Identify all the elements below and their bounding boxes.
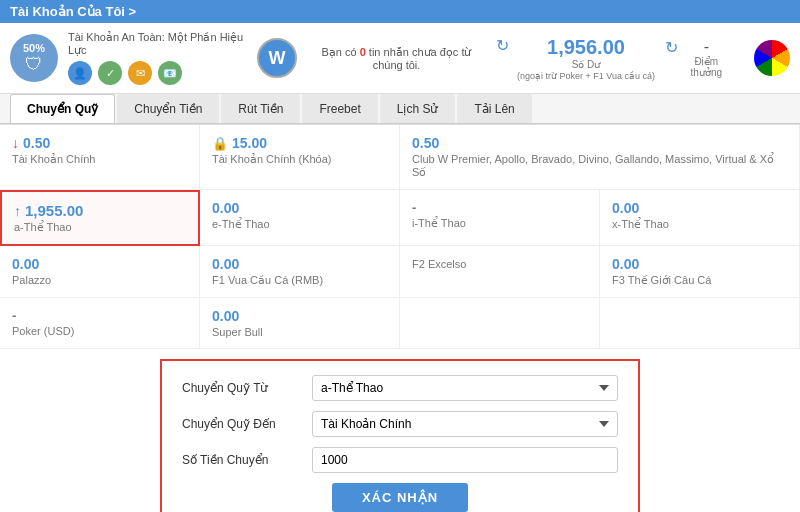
balance-section: 1,956.00 Số Dư(ngoại trừ Poker + F1 Vua … xyxy=(517,36,655,81)
wallet-f3: 0.00 F3 Thế Giới Câu Cá xyxy=(600,246,800,298)
wallet-a-thethao: ↑ 1,955.00 a-Thể Thao xyxy=(0,190,200,246)
wallet-palazzo-amount: 0.00 xyxy=(12,256,187,272)
account-icons: 👤 ✓ ✉ 📧 xyxy=(68,61,247,85)
account-info: Tài Khoản An Toàn: Một Phần Hiệu Lực 👤 ✓… xyxy=(68,31,247,85)
shield-icon: 🛡 xyxy=(25,54,43,75)
wallet-a-thethao-amount: ↑ 1,955.00 xyxy=(14,202,186,219)
wallet-e-thethao: 0.00 e-Thể Thao xyxy=(200,190,400,246)
check-icon: ✓ xyxy=(98,61,122,85)
to-label: Chuyển Quỹ Đến xyxy=(182,417,312,431)
wallet-main-locked-label: Tài Khoản Chính (Khóa) xyxy=(212,153,387,166)
user-icon: 👤 xyxy=(68,61,92,85)
wallet-club-amount: 0.50 xyxy=(412,135,787,151)
wallet-empty-2 xyxy=(600,298,800,349)
balance-label: Số Dư(ngoại trừ Poker + F1 Vua cầu cá) xyxy=(517,59,655,81)
wallet-main-locked: 🔒 15.00 Tài Khoản Chính (Khóa) xyxy=(200,125,400,190)
wallet-poker-label: Poker (USD) xyxy=(12,325,187,337)
amount-input[interactable] xyxy=(312,447,618,473)
page-title: Tài Khoản Của Tôi > xyxy=(10,4,136,19)
wallet-palazzo-label: Palazzo xyxy=(12,274,187,286)
tab-lich-su[interactable]: Lịch Sử xyxy=(380,94,456,123)
wallet-i-thethao-label: i-Thể Thao xyxy=(412,217,587,230)
wallet-empty-1 xyxy=(400,298,600,349)
message-text: Bạn có 0 tin nhắn chưa đọc từ chúng tôi. xyxy=(322,46,472,71)
wallet-x-thethao-amount: 0.00 xyxy=(612,200,787,216)
wallet-grid: ↓ 0.50 Tài Khoản Chính 🔒 15.00 Tài Khoản… xyxy=(0,124,800,349)
arrow-down-icon: ↓ xyxy=(12,135,19,151)
balance-amount: 1,956.00 xyxy=(517,36,655,59)
wallet-x-thethao: 0.00 x-Thể Thao xyxy=(600,190,800,246)
refresh-balance-icon[interactable]: ↻ xyxy=(496,36,509,55)
header-section: 50% 🛡 Tài Khoản An Toàn: Một Phần Hiệu L… xyxy=(0,23,800,94)
nav-tabs: Chuyển Quỹ Chuyển Tiền Rút Tiền Freebet … xyxy=(0,94,800,124)
amount-label: Số Tiền Chuyển xyxy=(182,453,312,467)
wallet-a-thethao-label: a-Thể Thao xyxy=(14,221,186,234)
tab-freebet[interactable]: Freebet xyxy=(302,94,377,123)
wallet-f1: 0.00 F1 Vua Cầu Cá (RMB) xyxy=(200,246,400,298)
wallet-main-locked-amount: 🔒 15.00 xyxy=(212,135,387,151)
wallet-main: ↓ 0.50 Tài Khoản Chính xyxy=(0,125,200,190)
mail-icon: 📧 xyxy=(158,61,182,85)
wallet-x-thethao-label: x-Thể Thao xyxy=(612,218,787,231)
wallet-palazzo: 0.00 Palazzo xyxy=(0,246,200,298)
tab-rut-tien[interactable]: Rút Tiền xyxy=(221,94,300,123)
wallet-f1-amount: 0.00 xyxy=(212,256,387,272)
w-logo: W xyxy=(257,38,297,78)
from-label: Chuyển Quỹ Từ xyxy=(182,381,312,395)
wallet-poker: - Poker (USD) xyxy=(0,298,200,349)
tab-chuyen-tien[interactable]: Chuyển Tiền xyxy=(117,94,219,123)
shield-badge: 50% 🛡 xyxy=(10,34,58,82)
points-label: Điểm thưởng xyxy=(686,56,727,78)
wallet-poker-amount: - xyxy=(12,308,187,323)
wallet-main-label: Tài Khoản Chính xyxy=(12,153,187,166)
lock-icon: 🔒 xyxy=(212,136,228,151)
confirm-button[interactable]: XÁC NHẬN xyxy=(332,483,468,512)
wallet-superbull-label: Super Bull xyxy=(212,326,387,338)
tab-tai-len[interactable]: Tải Lên xyxy=(457,94,531,123)
top-bar: Tài Khoản Của Tôi > xyxy=(0,0,800,23)
wallet-e-thethao-label: e-Thể Thao xyxy=(212,218,387,231)
arrow-up-icon: ↑ xyxy=(14,203,21,219)
wallet-club-label: Club W Premier, Apollo, Bravado, Divino,… xyxy=(412,153,787,179)
wallet-f2: F2 Excelso xyxy=(400,246,600,298)
message-count: 0 xyxy=(360,46,366,58)
points-section: - Điểm thưởng xyxy=(686,38,727,78)
shield-percent: 50% xyxy=(23,42,45,54)
form-row-to: Chuyển Quỹ Đến Tài Khoản Chính a-Thể Tha… xyxy=(182,411,618,437)
wallet-main-amount: ↓ 0.50 xyxy=(12,135,187,151)
form-row-from: Chuyển Quỹ Từ a-Thể Thao Tài Khoản Chính… xyxy=(182,375,618,401)
color-wheel-icon xyxy=(754,40,790,76)
points-value: - xyxy=(686,38,727,56)
wallet-superbull-amount: 0.00 xyxy=(212,308,387,324)
wallet-e-thethao-amount: 0.00 xyxy=(212,200,387,216)
envelope-icon: ✉ xyxy=(128,61,152,85)
tab-chuyen-quy[interactable]: Chuyển Quỹ xyxy=(10,94,115,123)
to-select[interactable]: Tài Khoản Chính a-Thể Thao e-Thể Thao xyxy=(312,411,618,437)
wallet-club: 0.50 Club W Premier, Apollo, Bravado, Di… xyxy=(400,125,800,190)
from-select[interactable]: a-Thể Thao Tài Khoản Chính e-Thể Thao xyxy=(312,375,618,401)
wallet-superbull: 0.00 Super Bull xyxy=(200,298,400,349)
wallet-f2-label: F2 Excelso xyxy=(412,258,587,270)
wallet-i-thethao-amount: - xyxy=(412,200,587,215)
form-row-amount: Số Tiền Chuyển xyxy=(182,447,618,473)
wallet-i-thethao: - i-Thể Thao xyxy=(400,190,600,246)
transfer-form: Chuyển Quỹ Từ a-Thể Thao Tài Khoản Chính… xyxy=(160,359,640,512)
wallet-f3-amount: 0.00 xyxy=(612,256,787,272)
account-title: Tài Khoản An Toàn: Một Phần Hiệu Lực xyxy=(68,31,247,57)
refresh-points-icon[interactable]: ↻ xyxy=(665,38,678,57)
wallet-f3-label: F3 Thế Giới Câu Cá xyxy=(612,274,787,287)
message-section: Bạn có 0 tin nhắn chưa đọc từ chúng tôi. xyxy=(307,46,486,71)
wallet-f1-label: F1 Vua Cầu Cá (RMB) xyxy=(212,274,387,287)
